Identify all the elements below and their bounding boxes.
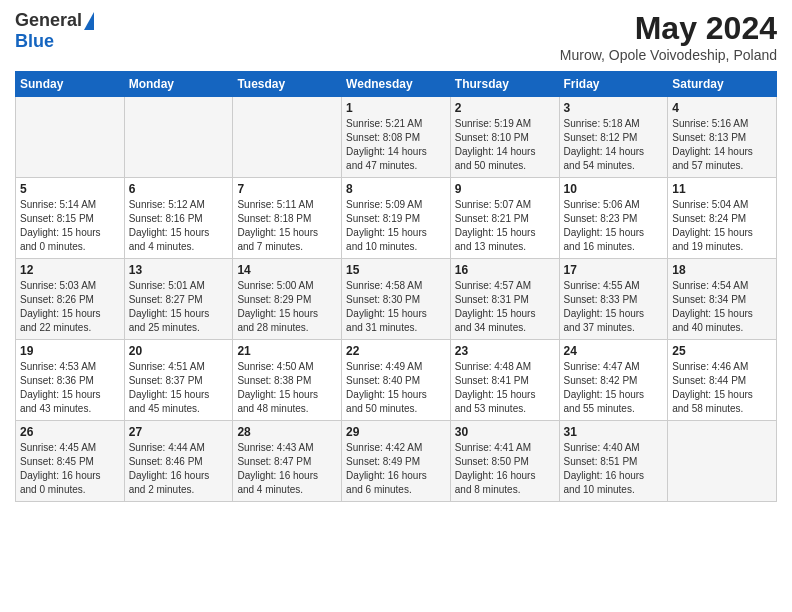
calendar-header-wednesday: Wednesday [342, 72, 451, 97]
day-number: 2 [455, 101, 555, 115]
day-number: 20 [129, 344, 229, 358]
calendar-cell [16, 97, 125, 178]
calendar-week-row: 5Sunrise: 5:14 AM Sunset: 8:15 PM Daylig… [16, 178, 777, 259]
day-info: Sunrise: 5:06 AM Sunset: 8:23 PM Dayligh… [564, 198, 664, 254]
day-number: 19 [20, 344, 120, 358]
day-number: 16 [455, 263, 555, 277]
calendar-cell: 30Sunrise: 4:41 AM Sunset: 8:50 PM Dayli… [450, 421, 559, 502]
day-info: Sunrise: 4:53 AM Sunset: 8:36 PM Dayligh… [20, 360, 120, 416]
day-number: 7 [237, 182, 337, 196]
calendar-cell: 19Sunrise: 4:53 AM Sunset: 8:36 PM Dayli… [16, 340, 125, 421]
day-info: Sunrise: 5:14 AM Sunset: 8:15 PM Dayligh… [20, 198, 120, 254]
day-info: Sunrise: 4:43 AM Sunset: 8:47 PM Dayligh… [237, 441, 337, 497]
day-info: Sunrise: 4:49 AM Sunset: 8:40 PM Dayligh… [346, 360, 446, 416]
calendar-cell: 29Sunrise: 4:42 AM Sunset: 8:49 PM Dayli… [342, 421, 451, 502]
calendar-cell: 4Sunrise: 5:16 AM Sunset: 8:13 PM Daylig… [668, 97, 777, 178]
day-info: Sunrise: 4:57 AM Sunset: 8:31 PM Dayligh… [455, 279, 555, 335]
day-number: 17 [564, 263, 664, 277]
day-number: 24 [564, 344, 664, 358]
day-info: Sunrise: 4:42 AM Sunset: 8:49 PM Dayligh… [346, 441, 446, 497]
calendar-cell: 10Sunrise: 5:06 AM Sunset: 8:23 PM Dayli… [559, 178, 668, 259]
day-info: Sunrise: 4:47 AM Sunset: 8:42 PM Dayligh… [564, 360, 664, 416]
logo: General Blue [15, 10, 94, 52]
calendar-cell: 18Sunrise: 4:54 AM Sunset: 8:34 PM Dayli… [668, 259, 777, 340]
calendar-cell [668, 421, 777, 502]
calendar-header-sunday: Sunday [16, 72, 125, 97]
day-info: Sunrise: 4:41 AM Sunset: 8:50 PM Dayligh… [455, 441, 555, 497]
day-info: Sunrise: 4:55 AM Sunset: 8:33 PM Dayligh… [564, 279, 664, 335]
day-info: Sunrise: 4:58 AM Sunset: 8:30 PM Dayligh… [346, 279, 446, 335]
day-number: 1 [346, 101, 446, 115]
day-info: Sunrise: 4:46 AM Sunset: 8:44 PM Dayligh… [672, 360, 772, 416]
day-number: 9 [455, 182, 555, 196]
day-number: 26 [20, 425, 120, 439]
day-info: Sunrise: 5:00 AM Sunset: 8:29 PM Dayligh… [237, 279, 337, 335]
calendar-cell: 20Sunrise: 4:51 AM Sunset: 8:37 PM Dayli… [124, 340, 233, 421]
calendar-cell [124, 97, 233, 178]
calendar-cell: 28Sunrise: 4:43 AM Sunset: 8:47 PM Dayli… [233, 421, 342, 502]
calendar-header-thursday: Thursday [450, 72, 559, 97]
calendar-header-tuesday: Tuesday [233, 72, 342, 97]
calendar-cell: 8Sunrise: 5:09 AM Sunset: 8:19 PM Daylig… [342, 178, 451, 259]
day-info: Sunrise: 5:19 AM Sunset: 8:10 PM Dayligh… [455, 117, 555, 173]
logo-triangle-icon [84, 12, 94, 30]
calendar-cell: 17Sunrise: 4:55 AM Sunset: 8:33 PM Dayli… [559, 259, 668, 340]
day-info: Sunrise: 4:45 AM Sunset: 8:45 PM Dayligh… [20, 441, 120, 497]
day-number: 23 [455, 344, 555, 358]
day-info: Sunrise: 5:21 AM Sunset: 8:08 PM Dayligh… [346, 117, 446, 173]
calendar-cell: 23Sunrise: 4:48 AM Sunset: 8:41 PM Dayli… [450, 340, 559, 421]
day-info: Sunrise: 4:54 AM Sunset: 8:34 PM Dayligh… [672, 279, 772, 335]
day-info: Sunrise: 5:09 AM Sunset: 8:19 PM Dayligh… [346, 198, 446, 254]
day-info: Sunrise: 5:16 AM Sunset: 8:13 PM Dayligh… [672, 117, 772, 173]
day-info: Sunrise: 4:50 AM Sunset: 8:38 PM Dayligh… [237, 360, 337, 416]
calendar-cell: 14Sunrise: 5:00 AM Sunset: 8:29 PM Dayli… [233, 259, 342, 340]
location-subtitle: Murow, Opole Voivodeship, Poland [560, 47, 777, 63]
page-header: General Blue May 2024 Murow, Opole Voivo… [15, 10, 777, 63]
day-number: 6 [129, 182, 229, 196]
day-number: 31 [564, 425, 664, 439]
day-number: 5 [20, 182, 120, 196]
day-number: 25 [672, 344, 772, 358]
title-section: May 2024 Murow, Opole Voivodeship, Polan… [560, 10, 777, 63]
logo-blue-text: Blue [15, 31, 54, 52]
day-info: Sunrise: 4:51 AM Sunset: 8:37 PM Dayligh… [129, 360, 229, 416]
logo-general-text: General [15, 10, 82, 31]
day-number: 3 [564, 101, 664, 115]
day-info: Sunrise: 5:07 AM Sunset: 8:21 PM Dayligh… [455, 198, 555, 254]
calendar-header-row: SundayMondayTuesdayWednesdayThursdayFrid… [16, 72, 777, 97]
month-year-title: May 2024 [560, 10, 777, 47]
day-number: 15 [346, 263, 446, 277]
calendar-cell: 15Sunrise: 4:58 AM Sunset: 8:30 PM Dayli… [342, 259, 451, 340]
calendar-cell: 21Sunrise: 4:50 AM Sunset: 8:38 PM Dayli… [233, 340, 342, 421]
day-info: Sunrise: 4:44 AM Sunset: 8:46 PM Dayligh… [129, 441, 229, 497]
calendar-cell: 25Sunrise: 4:46 AM Sunset: 8:44 PM Dayli… [668, 340, 777, 421]
calendar-week-row: 1Sunrise: 5:21 AM Sunset: 8:08 PM Daylig… [16, 97, 777, 178]
day-info: Sunrise: 5:04 AM Sunset: 8:24 PM Dayligh… [672, 198, 772, 254]
day-number: 14 [237, 263, 337, 277]
calendar-cell: 2Sunrise: 5:19 AM Sunset: 8:10 PM Daylig… [450, 97, 559, 178]
calendar-cell: 7Sunrise: 5:11 AM Sunset: 8:18 PM Daylig… [233, 178, 342, 259]
day-number: 18 [672, 263, 772, 277]
calendar-week-row: 26Sunrise: 4:45 AM Sunset: 8:45 PM Dayli… [16, 421, 777, 502]
calendar-cell: 22Sunrise: 4:49 AM Sunset: 8:40 PM Dayli… [342, 340, 451, 421]
day-info: Sunrise: 5:18 AM Sunset: 8:12 PM Dayligh… [564, 117, 664, 173]
calendar-week-row: 19Sunrise: 4:53 AM Sunset: 8:36 PM Dayli… [16, 340, 777, 421]
day-number: 22 [346, 344, 446, 358]
calendar-cell: 31Sunrise: 4:40 AM Sunset: 8:51 PM Dayli… [559, 421, 668, 502]
calendar-cell: 9Sunrise: 5:07 AM Sunset: 8:21 PM Daylig… [450, 178, 559, 259]
day-info: Sunrise: 4:40 AM Sunset: 8:51 PM Dayligh… [564, 441, 664, 497]
calendar-cell: 11Sunrise: 5:04 AM Sunset: 8:24 PM Dayli… [668, 178, 777, 259]
calendar-cell: 6Sunrise: 5:12 AM Sunset: 8:16 PM Daylig… [124, 178, 233, 259]
calendar-week-row: 12Sunrise: 5:03 AM Sunset: 8:26 PM Dayli… [16, 259, 777, 340]
day-number: 8 [346, 182, 446, 196]
day-number: 11 [672, 182, 772, 196]
calendar-table: SundayMondayTuesdayWednesdayThursdayFrid… [15, 71, 777, 502]
calendar-cell: 24Sunrise: 4:47 AM Sunset: 8:42 PM Dayli… [559, 340, 668, 421]
calendar-cell: 27Sunrise: 4:44 AM Sunset: 8:46 PM Dayli… [124, 421, 233, 502]
calendar-header-friday: Friday [559, 72, 668, 97]
calendar-cell: 13Sunrise: 5:01 AM Sunset: 8:27 PM Dayli… [124, 259, 233, 340]
calendar-cell: 16Sunrise: 4:57 AM Sunset: 8:31 PM Dayli… [450, 259, 559, 340]
day-number: 4 [672, 101, 772, 115]
day-info: Sunrise: 5:01 AM Sunset: 8:27 PM Dayligh… [129, 279, 229, 335]
calendar-header-saturday: Saturday [668, 72, 777, 97]
